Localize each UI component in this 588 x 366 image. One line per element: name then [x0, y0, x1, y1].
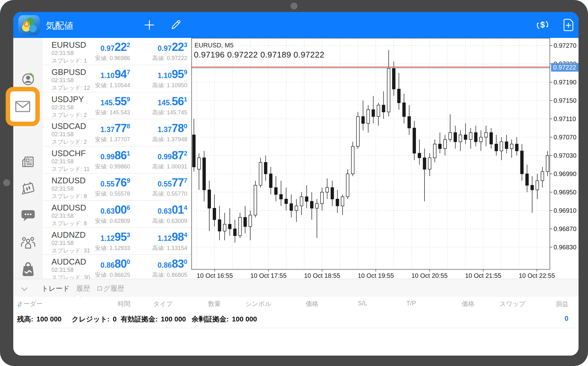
column-header[interactable]: 損益	[556, 300, 568, 308]
quote-row[interactable]: AUDCAD 02:31:58 スプレッド: 30 0.86800 安値: 0.…	[43, 255, 191, 279]
quote-symbol: AUDCAD	[51, 257, 86, 267]
sidebar-item-account[interactable]	[21, 71, 36, 88]
quote-ask-price: 1.37780	[158, 122, 187, 135]
tab-history[interactable]: 履歴	[76, 284, 90, 293]
column-header[interactable]: スワップ	[500, 300, 525, 308]
sort-arrow-icon: ↑	[17, 302, 20, 310]
svg-text:10 Oct 19:55: 10 Oct 19:55	[358, 272, 394, 279]
quote-row[interactable]: NZDUSD 02:31:58 スプレッド: 8 0.55769 安値: 0.5…	[43, 174, 191, 201]
column-header[interactable]: 時間	[118, 300, 130, 308]
collapse-panel-button[interactable]	[17, 282, 32, 296]
sidebar-item-calendar[interactable]	[21, 180, 36, 197]
column-header[interactable]: S/L	[358, 300, 367, 307]
quote-ask-price: 0.99872	[158, 149, 187, 162]
quote-low-label: 安値: 1.10544	[95, 82, 130, 89]
orders-table-header: ↑ オーダー時間タイプ数量シンボル価格S/LT/P価格スワップ損益	[13, 297, 579, 310]
balance-item: クレジット:0	[72, 314, 117, 324]
quote-time: 02:31:58	[51, 77, 74, 84]
quote-symbol: EURUSD	[51, 40, 86, 50]
quote-symbol: AUDUSD	[51, 203, 86, 213]
quote-symbol: USDCHF	[51, 149, 86, 158]
candlestick-chart[interactable]: 0.972700.972300.971900.971500.971100.970…	[191, 38, 579, 279]
svg-text:10 Oct 18:55: 10 Oct 18:55	[304, 272, 340, 279]
quote-bid-price: 145.559	[100, 95, 130, 108]
quote-bid-price: 1.10947	[100, 68, 130, 81]
market-icon	[21, 262, 35, 277]
quote-spread: スプレッド: 30	[51, 274, 90, 279]
quote-high-label: 高値: 0.97222	[152, 54, 187, 62]
quote-bid-price: 0.55769	[100, 176, 130, 189]
quote-row[interactable]: GBPUSD 02:31:58 スプレッド: 12 1.10947 安値: 1.…	[43, 65, 191, 92]
tab-trade[interactable]: トレード	[41, 284, 70, 293]
quote-high-label: 高値: 1.10950	[152, 82, 187, 89]
edit-quotes-button[interactable]	[169, 18, 183, 32]
quote-time: 02:31:58	[51, 131, 74, 138]
sidebar-item-chat[interactable]	[21, 209, 35, 223]
sidebar	[13, 38, 43, 279]
quote-bid-price: 1.12953	[100, 230, 130, 244]
column-header[interactable]: 価格	[462, 300, 474, 308]
quote-ask-price: 1.10959	[158, 68, 187, 81]
column-header[interactable]: 価格	[306, 300, 318, 308]
chart-panel[interactable]: EURUSD, M5 0.97196 0.97222 0.97189 0.972…	[191, 38, 579, 279]
svg-text:10 Oct 22:55: 10 Oct 22:55	[519, 272, 555, 279]
quote-low-label: 安値: 1.12933	[95, 244, 130, 252]
app-screen: 4 気配値 $	[13, 12, 579, 356]
quote-row[interactable]: EURUSD 02:31:58 スプレッド: 1 0.97222 安値: 0.9…	[43, 38, 191, 65]
svg-text:0.97222: 0.97222	[553, 64, 576, 71]
terminal-panel: トレード履歴ログ履歴 ↑ オーダー時間タイプ数量シンボル価格S/LT/P価格スワ…	[13, 279, 579, 356]
quote-ask-price: 0.63014	[158, 203, 187, 217]
quote-row[interactable]: USDCAD 02:31:58 スプレッド: 2 1.37778 安値: 1.3…	[43, 119, 191, 146]
column-header[interactable]: T/P	[406, 300, 416, 307]
quote-symbol: NZDUSD	[51, 176, 86, 186]
column-header[interactable]: シンボル	[245, 300, 271, 308]
community-icon	[20, 236, 36, 249]
sidebar-item-market[interactable]	[21, 262, 35, 278]
plus-icon	[143, 19, 155, 31]
chart-symbol-label: EURUSD, M5	[195, 42, 233, 49]
quote-high-label: 高値: 0.63009	[152, 217, 187, 225]
column-header[interactable]: ↑ オーダー	[17, 300, 43, 308]
metatrader-logo-icon[interactable]: 4	[18, 15, 40, 35]
quote-symbol: USDJPY	[51, 95, 84, 104]
new-order-button[interactable]: $	[535, 18, 550, 32]
quote-row[interactable]: AUDNZD 02:31:58 スプレッド: 31 1.12953 安値: 1.…	[43, 228, 191, 255]
quotes-list: EURUSD 02:31:58 スプレッド: 1 0.97222 安値: 0.9…	[43, 38, 191, 279]
column-header[interactable]: 数量	[208, 300, 221, 308]
quote-spread: スプレッド: 11	[51, 165, 90, 173]
svg-text:0.97030: 0.97030	[554, 152, 576, 159]
svg-text:0.96950: 0.96950	[554, 189, 576, 196]
quote-low-label: 安値: 145.543	[95, 109, 130, 116]
quote-ask-price: 0.97223	[158, 40, 187, 54]
quote-bid-price: 0.99861	[100, 149, 130, 162]
svg-text:0.96910: 0.96910	[554, 207, 576, 214]
quote-row[interactable]: AUDUSD 02:31:58 スプレッド: 8 0.63006 安値: 0.6…	[43, 201, 191, 228]
svg-text:0.96830: 0.96830	[554, 244, 576, 251]
quote-high-label: 高値: 0.55770	[152, 190, 187, 198]
quote-row[interactable]: USDCHF 02:31:58 スプレッド: 11 0.99861 安値: 0.…	[43, 146, 191, 174]
tab-log[interactable]: ログ履歴	[96, 284, 124, 293]
tablet-frame: 4 気配値 $	[0, 0, 588, 366]
svg-text:0.97150: 0.97150	[554, 97, 576, 104]
svg-text:10 Oct 21:55: 10 Oct 21:55	[465, 272, 501, 279]
chevron-down-icon	[19, 284, 30, 294]
svg-text:0.97110: 0.97110	[554, 115, 576, 122]
quote-ask-price: 145.561	[158, 95, 187, 108]
page-title: 気配値	[46, 20, 73, 32]
quote-symbol: GBPUSD	[51, 67, 86, 77]
app-bar: 4 気配値 $	[13, 12, 579, 38]
sidebar-item-mail[interactable]	[6, 87, 40, 126]
sidebar-item-news[interactable]	[21, 155, 35, 170]
quote-high-label: 高値: 1.13154	[152, 244, 187, 252]
new-chart-icon	[562, 18, 575, 32]
terminal-tabbar: トレード履歴ログ履歴	[13, 279, 579, 297]
quote-bid-price: 0.86800	[100, 257, 130, 271]
column-header[interactable]: タイプ	[153, 300, 172, 308]
chart-ohlc-values: 0.97196 0.97222 0.97189 0.97222	[194, 50, 324, 60]
currency-exchange-icon: $	[535, 18, 550, 32]
calendar-icon	[21, 180, 36, 196]
new-chart-button[interactable]	[561, 18, 576, 32]
add-symbol-button[interactable]	[142, 18, 157, 32]
quote-row[interactable]: USDJPY 02:31:58 スプレッド: 2 145.559 安値: 145…	[43, 92, 191, 119]
sidebar-item-community[interactable]	[20, 236, 36, 251]
